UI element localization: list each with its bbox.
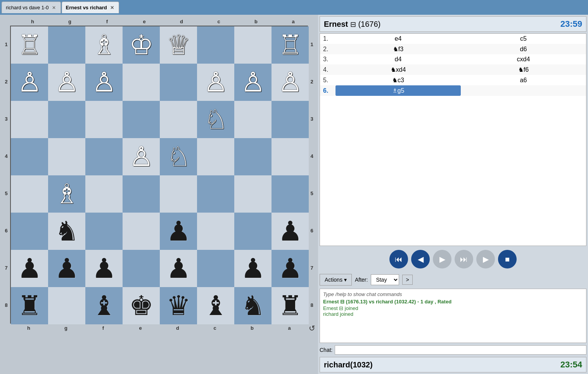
square-h4[interactable]	[11, 138, 48, 175]
square-c2[interactable]: ♙	[197, 64, 234, 101]
square-b1[interactable]	[234, 26, 272, 64]
square-g8[interactable]	[48, 287, 85, 324]
square-d2[interactable]	[160, 64, 197, 101]
actions-button[interactable]: Actions ▾	[320, 274, 352, 286]
square-h7[interactable]: ♟	[11, 250, 48, 287]
square-e3[interactable]	[123, 101, 160, 138]
moves-panel[interactable]: 1. e4 c5 2. ♞f3 d6 3. d4 cxd4	[320, 33, 586, 246]
square-g4[interactable]	[48, 138, 85, 175]
square-d3[interactable]	[160, 101, 197, 138]
square-f1[interactable]: ♗	[85, 26, 123, 64]
square-b3[interactable]	[234, 101, 272, 138]
tab-ernest-vs-richard[interactable]: Ernest vs richard ✕	[62, 2, 119, 13]
square-b6[interactable]	[234, 213, 272, 250]
square-h3[interactable]	[11, 101, 48, 138]
square-f2[interactable]: ♙	[85, 64, 123, 101]
square-e6[interactable]	[123, 213, 160, 250]
square-a6[interactable]: ♟	[272, 213, 309, 250]
square-c4[interactable]	[197, 138, 234, 175]
square-b7[interactable]: ♟	[234, 250, 272, 287]
square-g6[interactable]: ♞	[48, 213, 85, 250]
square-g1[interactable]	[48, 26, 85, 64]
square-c3[interactable]: ♘	[197, 101, 234, 138]
move-num-5: 5.	[320, 75, 336, 85]
square-a7[interactable]: ♟	[272, 250, 309, 287]
square-d6[interactable]: ♟	[160, 213, 197, 250]
piece-black-pawn-f7: ♟	[92, 255, 116, 282]
square-b2[interactable]: ♙	[234, 64, 272, 101]
square-f7[interactable]: ♟	[85, 250, 123, 287]
close-icon[interactable]: ✕	[109, 5, 115, 10]
square-e8[interactable]: ♚	[123, 287, 160, 324]
square-g5[interactable]: ♗	[48, 175, 85, 213]
move-white-3[interactable]: d4	[336, 54, 461, 64]
square-c6[interactable]	[197, 213, 234, 250]
move-white-1[interactable]: e4	[336, 34, 461, 44]
square-d1[interactable]: ♕	[160, 26, 197, 64]
square-h1[interactable]: ♖	[11, 26, 48, 64]
square-g3[interactable]	[48, 101, 85, 138]
square-e2[interactable]	[123, 64, 160, 101]
square-e5[interactable]	[123, 175, 160, 213]
stop-button[interactable]: ■	[498, 250, 517, 268]
first-move-button[interactable]: ⏮	[389, 250, 408, 268]
coord-g-top: g	[51, 18, 88, 26]
square-a8[interactable]: ♜	[272, 287, 309, 324]
square-c8[interactable]: ♝	[197, 287, 234, 324]
square-a1[interactable]: ♖	[272, 26, 309, 64]
square-e1[interactable]: ♔	[123, 26, 160, 64]
square-d4[interactable]: ♘	[160, 138, 197, 175]
square-f6[interactable]	[85, 213, 123, 250]
move-black-6[interactable]	[461, 85, 586, 96]
square-d7[interactable]: ♟	[160, 250, 197, 287]
piece-black-king-e8: ♚	[129, 292, 154, 319]
square-h8[interactable]: ♜	[11, 287, 48, 324]
square-f5[interactable]	[85, 175, 123, 213]
chat-input[interactable]	[335, 345, 586, 355]
square-b4[interactable]	[234, 138, 272, 175]
next-move-button[interactable]: ▶	[433, 250, 451, 268]
move-black-2[interactable]: d6	[461, 44, 586, 54]
move-white-6[interactable]: ♗g5	[336, 85, 461, 96]
move-black-1[interactable]: c5	[461, 34, 586, 44]
square-c7[interactable]	[197, 250, 234, 287]
square-g2[interactable]: ♙	[48, 64, 85, 101]
square-b5[interactable]	[234, 175, 272, 213]
square-a3[interactable]	[272, 101, 309, 138]
move-black-5[interactable]: a6	[461, 75, 586, 85]
square-b8[interactable]: ♞	[234, 287, 272, 324]
piece-black-rook-a8: ♜	[278, 292, 303, 319]
square-a2[interactable]: ♙	[272, 64, 309, 101]
square-h2[interactable]: ♙	[11, 64, 48, 101]
square-g7[interactable]: ♟	[48, 250, 85, 287]
last-move-button[interactable]: ⏭	[455, 250, 473, 268]
square-e7[interactable]	[123, 250, 160, 287]
coord-c-bottom: c	[196, 324, 233, 332]
square-e4[interactable]: ♙	[123, 138, 160, 175]
move-white-2[interactable]: ♞f3	[336, 44, 461, 54]
square-a5[interactable]	[272, 175, 309, 213]
tab-richard-vs-dave[interactable]: richard vs dave 1-0 ✕	[2, 2, 61, 13]
coord-e-top: e	[126, 18, 163, 26]
square-f3[interactable]	[85, 101, 123, 138]
square-d5[interactable]	[160, 175, 197, 213]
square-f4[interactable]	[85, 138, 123, 175]
move-white-4[interactable]: ♞xd4	[336, 64, 461, 75]
move-white-5[interactable]: ♞c3	[336, 75, 461, 85]
play-button[interactable]: ▶	[476, 250, 495, 268]
move-black-4[interactable]: ♞f6	[461, 64, 586, 75]
after-go-button[interactable]: >	[402, 275, 412, 285]
square-f8[interactable]: ♝	[85, 287, 123, 324]
move-black-3[interactable]: cxd4	[461, 54, 586, 64]
square-c5[interactable]	[197, 175, 234, 213]
square-a4[interactable]	[272, 138, 309, 175]
square-h6[interactable]	[11, 213, 48, 250]
square-h5[interactable]	[11, 175, 48, 213]
square-d8[interactable]: ♛	[160, 287, 197, 324]
move-row-5: 5. ♞c3 a6	[320, 75, 586, 85]
square-c1[interactable]	[197, 26, 234, 64]
prev-move-button[interactable]: ◀	[411, 250, 430, 268]
close-icon[interactable]: ✕	[51, 5, 57, 10]
after-select[interactable]: Stay Move Next	[371, 274, 399, 285]
refresh-icon[interactable]: ↺	[309, 324, 315, 332]
